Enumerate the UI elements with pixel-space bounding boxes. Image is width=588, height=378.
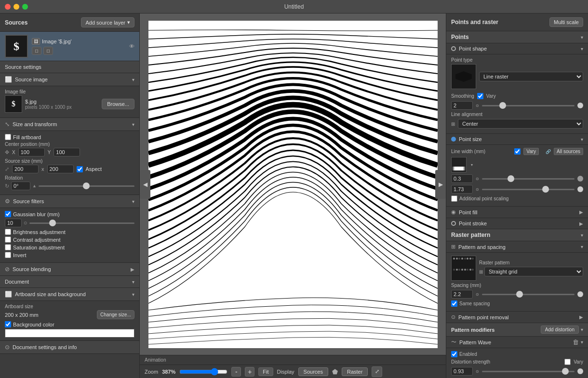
vary-button[interactable]: Vary [523,148,539,155]
contrast-checkbox[interactable] [5,236,11,243]
source-filters-header[interactable]: ⚙ Source filters ▾ [0,195,139,208]
enabled-checkbox[interactable] [451,351,457,357]
pattern-removal-chevron-icon: ▶ [579,314,583,320]
maximize-btn[interactable] [22,4,28,10]
vary-checkbox-linewidth[interactable] [514,148,521,155]
stepper-blur[interactable]: ⊙ [24,221,27,225]
raster-button[interactable]: Raster [342,367,368,376]
distortion-strength-input[interactable] [451,367,473,376]
vary-smoothing-label: Vary [486,93,496,99]
source-blending-header[interactable]: ⊘ Source blending ▶ [0,263,139,276]
stepper-up[interactable]: ▲ [32,183,37,188]
rotation-input[interactable] [11,182,30,190]
same-spacing-checkbox[interactable] [451,300,457,307]
stepper-distortion[interactable]: ⊙ [476,369,479,374]
background-color-swatch[interactable] [5,329,134,338]
vary-distortion-checkbox[interactable] [564,359,571,365]
line-width-input1[interactable] [451,174,473,183]
expand-button[interactable]: ⤢ [372,366,382,377]
multiscale-button[interactable]: Multi scale [549,17,583,27]
add-source-button[interactable]: Add source layer ▾ [81,17,134,27]
source-size-label: Source size (mm) [5,158,134,164]
pattern-spacing-subsection[interactable]: ⊞ Pattern and spacing ▾ [446,241,588,253]
aspect-label: Aspect [86,166,102,172]
background-color-checkbox[interactable] [5,321,11,327]
rotation-slider[interactable] [39,185,134,187]
lw-slider1[interactable] [482,178,575,180]
canvas-nav-left[interactable]: ◀ [140,170,150,199]
raster-pattern-select[interactable]: Straight grid [484,267,583,276]
image-file-info: $.jpg pixels 1000 x 1000 px [25,99,99,110]
smoothing-slider[interactable] [482,105,575,106]
trash-button[interactable]: 🗑 [573,339,579,346]
additional-scaling-checkbox[interactable] [451,196,457,202]
point-stroke-subsection[interactable]: Point stroke ▶ [446,218,588,229]
background-color-row: Background color [5,321,134,327]
canvas-content[interactable]: ◀ ▶ [140,13,446,355]
canvas-nav-right[interactable]: ▶ [435,170,446,199]
browse-button[interactable]: Browse... [102,99,134,109]
zoom-slider[interactable] [179,368,227,376]
size-y-input[interactable] [47,165,74,173]
source-btn-2[interactable]: □ [43,47,53,55]
gaussian-blur-checkbox[interactable] [5,211,11,217]
vary-checkbox-smoothing[interactable] [477,93,483,99]
invert-checkbox[interactable] [5,252,11,258]
stepper-lw1[interactable]: ⊙ [476,177,479,181]
document-section-header[interactable]: Document ▾ [0,276,139,288]
fill-artboard-checkbox[interactable] [5,134,11,140]
pattern-dot [467,258,468,260]
add-distortion-button[interactable]: Add distortion [541,326,579,334]
brightness-checkbox[interactable] [5,229,11,235]
fit-button[interactable]: Fit [258,367,273,376]
points-section-header[interactable]: Points ▾ [446,31,588,43]
eye-icon[interactable]: 👁 [129,43,134,49]
point-type-label: Point type [451,57,583,63]
stepper-smoothing[interactable]: ⊙ [476,104,479,108]
source-image-header[interactable]: ⬜ Source image ▾ [0,73,139,86]
stepper-spacing[interactable]: ⊙ [476,292,479,297]
line-width-input2[interactable] [451,185,473,194]
point-shape-subsection[interactable]: Point shape ▾ [446,43,588,54]
minimize-btn[interactable] [13,4,19,10]
zoom-plus-button[interactable]: + [245,367,254,377]
document-settings-header[interactable]: ⊙ Document settings and info [0,341,139,354]
point-stroke-chevron-icon: ▶ [579,221,583,226]
point-type-select[interactable]: Line raster [479,72,583,81]
lw-slider2[interactable] [482,189,575,190]
aspect-checkbox[interactable] [77,166,83,172]
sources-button[interactable]: Sources [298,367,328,376]
line-alignment-select-row: ⊞ Center [451,119,583,129]
close-btn[interactable] [5,4,11,10]
source-btn-1[interactable]: □ [32,47,41,55]
line-shape-preview [452,167,466,170]
stepper-lw2[interactable]: ⊙ [476,187,479,192]
source-settings-header[interactable]: Source settings [0,61,139,73]
gaussian-blur-input[interactable] [5,219,22,227]
pattern-point-removal-subsection[interactable]: ⊙ Pattern point removal ▶ [446,312,588,323]
zoom-minus-button[interactable]: - [231,367,241,377]
x-label: X [12,150,15,155]
point-fill-subsection[interactable]: ◉ Point fill ▶ [446,207,588,218]
raster-pattern-row: Raster pattern ⊞ Straight grid [451,256,583,281]
spacing-input[interactable] [451,290,473,299]
source-item[interactable]: $ 🖼 Image '$.jpg' □ □ 👁 [0,32,139,61]
link-icon: 🔗 [546,149,551,154]
y-input[interactable] [53,148,80,156]
x-input[interactable] [18,148,45,156]
chevron-down-icon-3: ▾ [132,199,134,204]
center-position-row: ✥ X Y [5,148,134,156]
smoothing-input[interactable] [451,101,473,110]
artboard-header[interactable]: ⬜ Artboard size and background ▾ [0,288,139,301]
distortion-strength-slider[interactable] [482,371,575,372]
spacing-slider[interactable] [482,294,575,295]
size-transform-header[interactable]: ⤡ Size and transform ▾ [0,118,139,131]
line-alignment-select[interactable]: Center [458,119,583,129]
point-size-subsection[interactable]: Point size ▾ [446,134,588,145]
change-size-button[interactable]: Change size... [97,310,134,319]
gaussian-blur-slider[interactable] [29,222,134,224]
size-x-input[interactable] [12,165,39,173]
saturation-checkbox[interactable] [5,244,11,250]
raster-pattern-header[interactable]: Raster pattern ▾ [446,229,588,241]
all-sources-button[interactable]: All sources [554,148,583,155]
